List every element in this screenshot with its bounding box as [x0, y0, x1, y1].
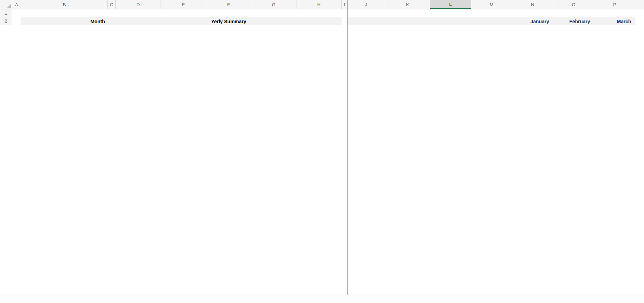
cell-H1[interactable]	[296, 9, 342, 17]
cell-D1[interactable]	[116, 9, 161, 17]
column-headers: ABCDEFGHIJKLMNOP	[0, 0, 644, 9]
spreadsheet: ABCDEFGHIJKLMNOP12MonthYerly SummaryJanu…	[0, 0, 644, 295]
cell-N1[interactable]	[512, 9, 553, 17]
cell-E1[interactable]	[161, 9, 206, 17]
month-name[interactable]: January	[512, 17, 553, 25]
freeze-pane-divider	[347, 0, 348, 295]
month-name[interactable]: March	[594, 17, 635, 25]
cell-O1[interactable]	[553, 9, 594, 17]
cell-M2[interactable]	[471, 17, 512, 25]
cell-C1[interactable]	[108, 9, 116, 17]
column-header-A[interactable]: A	[12, 0, 21, 9]
column-header-J[interactable]: J	[348, 0, 385, 9]
select-all-corner[interactable]	[0, 0, 12, 9]
column-header-O[interactable]: O	[553, 0, 594, 9]
column-header-F[interactable]: F	[206, 0, 251, 9]
sheet-tab-bar	[0, 295, 644, 303]
cell-F1[interactable]	[206, 9, 251, 17]
row-header-1[interactable]: 1	[0, 9, 12, 17]
yearly-summary-title[interactable]: Yerly Summary	[116, 17, 342, 25]
column-header-G[interactable]: G	[251, 0, 296, 9]
cell-J2[interactable]	[348, 17, 385, 25]
column-header-K[interactable]: K	[385, 0, 430, 9]
cell-C2[interactable]	[108, 17, 116, 25]
sheet-row: 1	[0, 9, 644, 17]
column-header-M[interactable]: M	[471, 0, 512, 9]
column-header-H[interactable]: H	[296, 0, 342, 9]
cell-J1[interactable]	[348, 9, 385, 17]
column-header-B[interactable]: B	[21, 0, 108, 9]
column-header-L[interactable]: L	[430, 0, 471, 9]
cell-L2[interactable]	[430, 17, 471, 25]
cell-A2[interactable]	[12, 17, 21, 25]
column-header-I[interactable]: I	[342, 0, 348, 9]
cell-I2[interactable]	[342, 17, 348, 25]
column-header-P[interactable]: P	[594, 0, 635, 9]
cell-M1[interactable]	[471, 9, 512, 17]
column-header-C[interactable]: C	[108, 0, 116, 9]
cell-I1[interactable]	[342, 9, 348, 17]
sheet-row: 2MonthYerly SummaryJanuaryFebruaryMarch	[0, 17, 644, 25]
column-header-E[interactable]: E	[161, 0, 206, 9]
cell-P1[interactable]	[594, 9, 635, 17]
cell-B1[interactable]	[21, 9, 108, 17]
period-label[interactable]: Month	[21, 17, 108, 25]
cell-K2[interactable]	[385, 17, 430, 25]
month-name[interactable]: February	[553, 17, 594, 25]
column-header-N[interactable]: N	[512, 0, 553, 9]
row-header-2[interactable]: 2	[0, 17, 12, 25]
cell-L1[interactable]	[430, 9, 471, 17]
cell-K1[interactable]	[385, 9, 430, 17]
cell-A1[interactable]	[12, 9, 21, 17]
cell-G1[interactable]	[251, 9, 296, 17]
column-header-D[interactable]: D	[116, 0, 161, 9]
